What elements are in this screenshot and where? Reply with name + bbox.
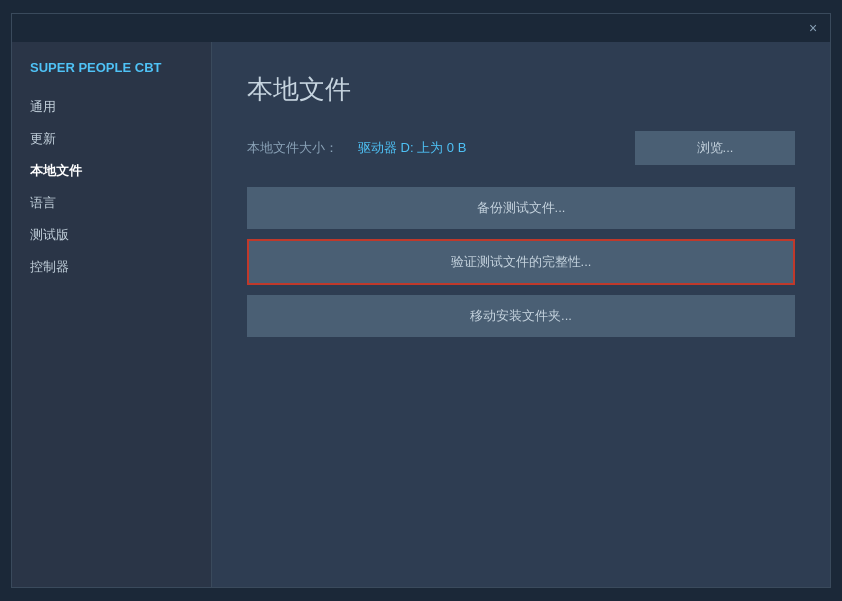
verify-button[interactable]: 验证测试文件的完整性... — [247, 239, 795, 285]
sidebar-item-updates[interactable]: 更新 — [12, 123, 211, 155]
file-size-value: 驱动器 D: 上为 0 B — [358, 139, 466, 157]
sidebar-item-controller[interactable]: 控制器 — [12, 251, 211, 283]
content-area: SUPER PEOPLE CBT 通用 更新 本地文件 语言 测试版 控制器 本… — [12, 42, 830, 587]
sidebar-item-general[interactable]: 通用 — [12, 91, 211, 123]
move-button[interactable]: 移动安装文件夹... — [247, 295, 795, 337]
sidebar-item-language[interactable]: 语言 — [12, 187, 211, 219]
action-buttons: 备份测试文件... 验证测试文件的完整性... 移动安装文件夹... — [247, 187, 795, 337]
sidebar: SUPER PEOPLE CBT 通用 更新 本地文件 语言 测试版 控制器 — [12, 42, 212, 587]
sidebar-item-beta[interactable]: 测试版 — [12, 219, 211, 251]
app-title: SUPER PEOPLE CBT — [12, 52, 211, 91]
page-title: 本地文件 — [247, 72, 795, 107]
file-size-row: 本地文件大小： 驱动器 D: 上为 0 B 浏览... — [247, 131, 795, 165]
file-size-prefix: 本地文件大小： — [247, 139, 338, 157]
title-bar: × — [12, 14, 830, 42]
main-content: 本地文件 本地文件大小： 驱动器 D: 上为 0 B 浏览... 备份测试文件.… — [212, 42, 830, 587]
dialog: × SUPER PEOPLE CBT 通用 更新 本地文件 语言 测试版 控制器… — [11, 13, 831, 588]
sidebar-item-local-files[interactable]: 本地文件 — [12, 155, 211, 187]
close-button[interactable]: × — [804, 19, 822, 37]
browse-button[interactable]: 浏览... — [635, 131, 795, 165]
backup-button[interactable]: 备份测试文件... — [247, 187, 795, 229]
